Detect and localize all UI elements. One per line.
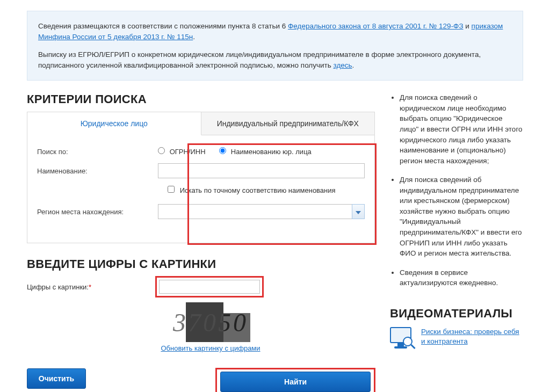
- name-label: Наименование:: [37, 167, 158, 175]
- find-button[interactable]: Найти: [220, 372, 371, 392]
- notice-paragraph-1: Сведения размещаются в соответствии с по…: [38, 21, 512, 42]
- radio-option-ogrn[interactable]: ОГРН/ИНН: [158, 148, 207, 156]
- law-link-129fz[interactable]: Федерального закона от 8 августа 2001 г.…: [288, 22, 464, 30]
- notice-text: .: [193, 33, 195, 41]
- clear-button[interactable]: Очистить: [27, 368, 86, 389]
- region-select-value[interactable]: [158, 204, 352, 219]
- captcha-heading: ВВЕДИТЕ ЦИФРЫ С КАРТИНКИ: [27, 257, 375, 271]
- search-form-box: Юридическое лицо Индивидуальный предприн…: [27, 112, 375, 243]
- region-label: Регион места нахождения:: [37, 208, 158, 216]
- search-tab-content: Поиск по: ОГРН/ИНН Наименованию юр. лица: [27, 135, 374, 243]
- region-select[interactable]: [158, 204, 365, 219]
- captcha-digits: 37050: [159, 302, 262, 342]
- radio-label: Наименованию юр. лица: [231, 148, 312, 156]
- tab-individual-entrepreneur[interactable]: Индивидуальный предприниматель/КФХ: [201, 112, 375, 135]
- exact-match-option[interactable]: Искать по точному соответствию наименова…: [168, 186, 336, 194]
- get-extract-link[interactable]: здесь: [334, 61, 352, 69]
- captcha-input-highlight: [156, 277, 263, 297]
- radio-by-name[interactable]: [219, 147, 226, 154]
- list-item: Сведения в сервисе актуализируются ежедн…: [400, 267, 523, 288]
- region-select-dropdown-button[interactable]: [352, 204, 365, 219]
- find-button-highlight: Найти: [216, 368, 375, 392]
- chevron-down-icon: [356, 208, 361, 216]
- sidebar-tips-list: Для поиска сведений о юридическом лице н…: [390, 92, 523, 288]
- name-input[interactable]: [158, 163, 365, 178]
- monitor-search-icon: [390, 327, 415, 352]
- radio-ogrn-inn[interactable]: [158, 147, 165, 154]
- search-by-radio-group: ОГРН/ИНН Наименованию юр. лица: [158, 147, 365, 156]
- exact-match-label: Искать по точному соответствию наименова…: [180, 186, 336, 194]
- captcha-input[interactable]: [159, 280, 260, 294]
- exact-match-row: Искать по точному соответствию наименова…: [37, 186, 365, 194]
- exact-match-checkbox[interactable]: [168, 186, 175, 193]
- radio-label: ОГРН/ИНН: [170, 148, 206, 156]
- notice-box: Сведения размещаются в соответствии с по…: [27, 11, 523, 81]
- notice-text: Сведения размещаются в соответствии с по…: [38, 22, 288, 30]
- video-heading: ВИДЕОМАТЕРИАЛЫ: [390, 307, 523, 321]
- entity-type-tabs: Юридическое лицо Индивидуальный предприн…: [27, 112, 374, 135]
- search-by-label: Поиск по:: [37, 148, 158, 156]
- radio-option-by-name[interactable]: Наименованию юр. лица: [219, 148, 312, 156]
- notice-text: Выписку из ЕГРЮЛ/ЕГРИП о конкретном юрид…: [38, 50, 481, 69]
- captcha-label-text: Цифры с картинки:: [27, 283, 89, 291]
- notice-paragraph-2: Выписку из ЕГРЮЛ/ЕГРИП о конкретном юрид…: [38, 49, 512, 70]
- notice-text: .: [352, 61, 354, 69]
- search-criteria-heading: КРИТЕРИИ ПОИСКА: [27, 92, 375, 106]
- tab-legal-entity[interactable]: Юридическое лицо: [27, 112, 201, 135]
- video-link-business-risks[interactable]: Риски бизнеса: проверь себя и контрагент…: [421, 327, 523, 352]
- required-asterisk: *: [89, 283, 91, 291]
- captcha-label: Цифры с картинки:*: [27, 283, 156, 291]
- captcha-image: 37050: [159, 302, 262, 342]
- list-item: Для поиска сведений о юридическом лице н…: [400, 92, 523, 166]
- list-item: Для поиска сведений об индивидуальном пр…: [400, 175, 523, 259]
- refresh-captcha-link[interactable]: Обновить картинку с цифрами: [161, 344, 260, 352]
- notice-text: и: [465, 22, 471, 30]
